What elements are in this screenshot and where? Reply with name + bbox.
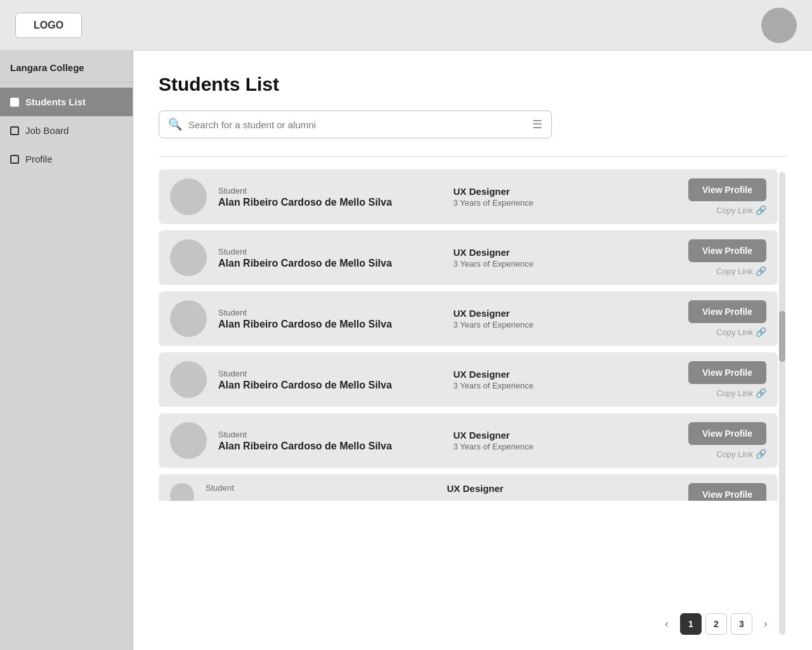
view-profile-button[interactable]: View Profile [688, 178, 766, 201]
student-name: Alan Ribeiro Cardoso de Mello Silva [218, 441, 442, 452]
copy-link-button[interactable]: Copy Link 🔗 [716, 327, 766, 337]
job-board-icon [10, 126, 19, 135]
copy-link-button[interactable]: Copy Link 🔗 [716, 388, 766, 398]
specialty-title: UX Designer [453, 308, 676, 319]
search-icon: 🔍 [168, 117, 182, 131]
avatar [170, 422, 207, 459]
student-info: Student Alan Ribeiro Cardoso de Mello Si… [218, 247, 442, 269]
student-role-label: Student [218, 247, 442, 256]
specialty-exp: 3 Years of Experience [453, 259, 676, 269]
pagination-page-1-button[interactable]: 1 [680, 613, 702, 635]
sidebar-item-label-students: Students List [25, 96, 86, 107]
student-specialty: UX Designer 3 Years of Experience [453, 186, 676, 208]
student-info: Student Alan Ribeiro Cardoso de Mello Si… [218, 430, 442, 452]
sidebar-item-profile[interactable]: Profile [0, 145, 133, 173]
specialty-title: UX Designer [453, 369, 676, 380]
table-row: Student Alan Ribeiro Cardoso de Mello Si… [159, 230, 778, 285]
student-specialty: UX Designer 3 Years of Experience [453, 369, 676, 390]
students-list-icon [10, 98, 19, 107]
page-title: Students List [159, 74, 787, 95]
avatar [170, 483, 194, 501]
sidebar-item-students-list[interactable]: Students List [0, 88, 133, 116]
table-row: Student UX Designer View Profile [159, 474, 778, 501]
copy-link-button[interactable]: Copy Link 🔗 [716, 266, 766, 276]
specialty-exp: 3 Years of Experience [453, 320, 676, 329]
link-icon: 🔗 [756, 266, 766, 276]
pagination-page-3-button[interactable]: 3 [731, 613, 752, 635]
student-name: Alan Ribeiro Cardoso de Mello Silva [218, 319, 442, 330]
divider [159, 156, 787, 157]
sidebar-item-label-job-board: Job Board [25, 125, 69, 136]
student-name: Alan Ribeiro Cardoso de Mello Silva [218, 258, 442, 269]
specialty-title: UX Designer [453, 186, 676, 197]
link-icon: 🔗 [756, 388, 766, 398]
sidebar-org-name: Langara College [0, 51, 133, 83]
table-row: Student Alan Ribeiro Cardoso de Mello Si… [159, 413, 778, 468]
student-actions: View Profile Copy Link 🔗 [688, 300, 766, 337]
view-profile-button[interactable]: View Profile [688, 239, 766, 262]
student-info: Student Alan Ribeiro Cardoso de Mello Si… [218, 369, 442, 391]
student-name: Alan Ribeiro Cardoso de Mello Silva [218, 380, 442, 391]
view-profile-button[interactable]: View Profile [688, 422, 766, 445]
avatar [170, 361, 207, 398]
view-profile-button[interactable]: View Profile [688, 300, 766, 323]
copy-link-label: Copy Link [716, 328, 753, 337]
specialty-exp: 3 Years of Experience [453, 442, 676, 451]
scrollbar-thumb[interactable] [779, 311, 785, 362]
student-actions: View Profile Copy Link 🔗 [688, 239, 766, 276]
students-list: Student Alan Ribeiro Cardoso de Mello Si… [159, 169, 778, 603]
student-info: Student [206, 483, 435, 494]
student-role-label: Student [206, 483, 435, 493]
pagination-next-button[interactable]: › [756, 613, 775, 635]
profile-icon [10, 155, 19, 164]
copy-link-label: Copy Link [716, 267, 753, 276]
avatar [170, 178, 207, 215]
pagination-page-2-button[interactable]: 2 [705, 613, 727, 635]
student-specialty: UX Designer [447, 483, 676, 495]
student-specialty: UX Designer 3 Years of Experience [453, 308, 676, 329]
header: LOGO [0, 0, 812, 51]
student-role-label: Student [218, 369, 442, 378]
table-row: Student Alan Ribeiro Cardoso de Mello Si… [159, 291, 778, 346]
view-profile-button[interactable]: View Profile [688, 483, 766, 501]
student-specialty: UX Designer 3 Years of Experience [453, 430, 676, 451]
copy-link-label: Copy Link [716, 388, 753, 398]
link-icon: 🔗 [756, 327, 766, 337]
logo: LOGO [15, 13, 82, 38]
copy-link-button[interactable]: Copy Link 🔗 [716, 205, 766, 215]
link-icon: 🔗 [756, 205, 766, 215]
student-info: Student Alan Ribeiro Cardoso de Mello Si… [218, 308, 442, 330]
specialty-title: UX Designer [453, 430, 676, 441]
user-avatar[interactable] [761, 8, 797, 43]
sidebar: Langara College Students List Job Board … [0, 51, 133, 650]
search-input[interactable] [188, 119, 526, 130]
main-scroll-inner: Student Alan Ribeiro Cardoso de Mello Si… [159, 169, 778, 637]
student-actions: View Profile Copy Link 🔗 [688, 422, 766, 459]
copy-link-label: Copy Link [716, 449, 753, 459]
sidebar-item-label-profile: Profile [25, 154, 53, 164]
avatar [170, 239, 207, 276]
scrollbar[interactable] [779, 172, 785, 635]
student-actions: View Profile [688, 483, 766, 501]
copy-link-button[interactable]: Copy Link 🔗 [716, 449, 766, 459]
pagination-prev-button[interactable]: ‹ [657, 613, 676, 635]
pagination: ‹ 1 2 3 › [159, 603, 778, 637]
specialty-exp: 3 Years of Experience [453, 381, 676, 390]
student-specialty: UX Designer 3 Years of Experience [453, 247, 676, 269]
filter-icon[interactable]: ☰ [532, 117, 542, 131]
body-layout: Langara College Students List Job Board … [0, 51, 812, 650]
view-profile-button[interactable]: View Profile [688, 361, 766, 384]
search-bar: 🔍 ☰ [159, 110, 552, 138]
sidebar-item-job-board[interactable]: Job Board [0, 116, 133, 145]
student-actions: View Profile Copy Link 🔗 [688, 178, 766, 215]
student-role-label: Student [218, 186, 442, 196]
copy-link-label: Copy Link [716, 206, 753, 215]
student-actions: View Profile Copy Link 🔗 [688, 361, 766, 398]
avatar [170, 300, 207, 337]
student-role-label: Student [218, 430, 442, 439]
sidebar-nav: Students List Job Board Profile [0, 88, 133, 173]
specialty-title: UX Designer [453, 247, 676, 258]
student-info: Student Alan Ribeiro Cardoso de Mello Si… [218, 186, 442, 208]
specialty-exp: 3 Years of Experience [453, 198, 676, 208]
main-content: Students List 🔍 ☰ Student Alan Ribeiro C… [133, 51, 812, 650]
